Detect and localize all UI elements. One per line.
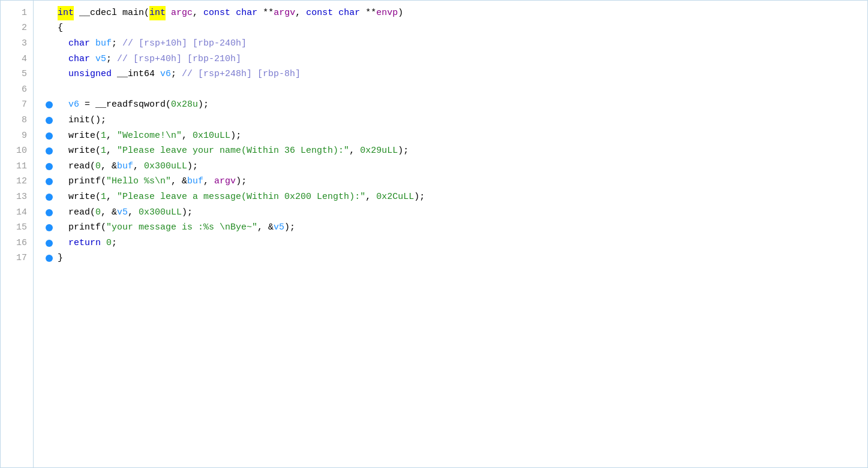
breakpoint-15	[46, 224, 53, 231]
breakpoint-14	[46, 209, 53, 216]
keyword-return: return	[68, 236, 101, 250]
code-text-14a: , &	[101, 206, 117, 220]
str-name: "Please leave your name(Within 36 Length…	[117, 144, 349, 158]
param-argv-1: argv	[274, 6, 295, 20]
line-num-12: 12	[1, 174, 33, 190]
line-num-3: 3	[1, 36, 33, 52]
code-text-1c: ,	[193, 6, 203, 20]
keyword-unsigned: unsigned	[68, 67, 112, 81]
breakpoint-16	[46, 240, 53, 247]
keyword-char-3: char	[68, 37, 90, 51]
keyword-char-2: char	[338, 6, 360, 20]
code-indent-16	[58, 236, 68, 250]
fn-write-10: write(	[68, 144, 101, 158]
keyword-const-1: const	[203, 6, 230, 20]
code-text-1g	[333, 6, 338, 20]
code-line-15: printf("your message is :%s \nBye~", &v5…	[46, 220, 867, 235]
code-text-14c: );	[182, 206, 193, 220]
code-text-7a: = __readfsqword(	[79, 98, 171, 112]
code-text-11b: ,	[133, 159, 144, 174]
code-line-12: printf("Hello %s\n", &buf, argv);	[46, 174, 867, 190]
num-1-13: 1	[101, 190, 106, 204]
no-breakpoint-5	[46, 71, 53, 78]
code-text-12c: );	[236, 174, 247, 189]
line-num-10: 10	[1, 143, 33, 159]
fn-printf-15: printf(	[68, 221, 106, 235]
code-text-9b: ,	[182, 129, 193, 143]
line-num-7: 7	[1, 98, 33, 113]
param-argv-12: argv	[214, 174, 236, 189]
code-line-17: }	[46, 251, 867, 267]
code-text-9c: );	[230, 129, 241, 143]
num-0-return: 0	[106, 236, 112, 250]
code-text-13a: ,	[106, 190, 117, 204]
str-hello: "Hello %s\n"	[106, 174, 171, 189]
var-v5-decl: v5	[95, 52, 106, 67]
param-envp: envp	[376, 6, 398, 20]
line-num-5: 5	[1, 67, 33, 82]
line-num-15: 15	[1, 220, 33, 235]
code-text-1i: )	[398, 6, 403, 20]
var-buf: buf	[95, 37, 112, 51]
line-num-4: 4	[1, 52, 33, 67]
code-line-6	[46, 82, 867, 98]
line-numbers: 1 2 3 4 5 6 7 8 9 10 11 12 13 14 15 16 1…	[1, 1, 34, 467]
fn-printf-12: printf(	[68, 174, 106, 189]
code-text-17: }	[58, 251, 63, 265]
num-0x300uLL-11: 0x300uLL	[144, 159, 187, 174]
breakpoint-13	[46, 194, 53, 201]
line-num-8: 8	[1, 113, 33, 128]
param-argc: argc	[171, 6, 193, 20]
code-text-15a: , &	[257, 221, 274, 235]
breakpoint-17	[46, 255, 53, 262]
comment-4: // [rsp+40h] [rbp-210h]	[117, 52, 241, 67]
num-0x10uLL: 0x10uLL	[193, 129, 230, 143]
no-breakpoint-3	[46, 40, 53, 47]
ref-buf-12: buf	[187, 174, 203, 189]
num-0x2CuLL: 0x2CuLL	[376, 190, 414, 204]
breakpoint-7	[46, 101, 53, 108]
fn-read-14: read(	[68, 206, 95, 220]
num-0x28u: 0x28u	[171, 98, 198, 112]
code-text-1a: __cdecl main(	[74, 6, 149, 20]
breakpoint-12	[46, 178, 53, 185]
code-indent-4	[58, 52, 68, 67]
code-text-10c: );	[398, 144, 409, 158]
code-indent-15	[58, 221, 68, 235]
code-text-4a	[90, 52, 95, 67]
num-0-11: 0	[95, 159, 101, 174]
var-v6-decl: v6	[160, 67, 171, 81]
code-indent-12	[58, 174, 68, 189]
no-breakpoint-1	[46, 10, 53, 17]
code-text-11c: );	[187, 159, 198, 174]
code-text-16b: ;	[112, 236, 117, 250]
code-indent-13	[58, 190, 68, 204]
code-text-1f: ,	[295, 6, 306, 20]
code-line-8: init();	[46, 113, 867, 128]
str-yourmsg: "your message is :%s \nBye~"	[106, 221, 257, 235]
line-num-13: 13	[1, 189, 33, 205]
breakpoint-11	[46, 163, 53, 170]
code-text-1b	[166, 6, 171, 20]
breakpoint-8	[46, 117, 53, 124]
num-1-10: 1	[101, 144, 106, 158]
code-indent-14	[58, 206, 68, 220]
keyword-const-2: const	[306, 6, 333, 20]
line-num-6: 6	[1, 82, 33, 98]
code-text-13c: );	[414, 190, 425, 204]
keyword-char-1: char	[236, 6, 257, 20]
num-1-9: 1	[101, 129, 106, 143]
code-indent-5	[58, 67, 68, 81]
code-indent-8	[58, 113, 68, 128]
fn-read-11: read(	[68, 159, 95, 174]
no-breakpoint-6	[46, 86, 53, 93]
keyword-char-4: char	[68, 52, 90, 67]
num-0x29uLL: 0x29uLL	[360, 144, 398, 158]
code-text-10b: ,	[349, 144, 360, 158]
line-num-14: 14	[1, 205, 33, 221]
fn-init: init();	[68, 113, 106, 128]
keyword-int-1: int	[58, 6, 74, 20]
code-line-1: int __cdecl main(int argc, const char **…	[46, 5, 867, 21]
code-text-15b: );	[284, 221, 295, 235]
code-text-12a: , &	[171, 174, 187, 189]
